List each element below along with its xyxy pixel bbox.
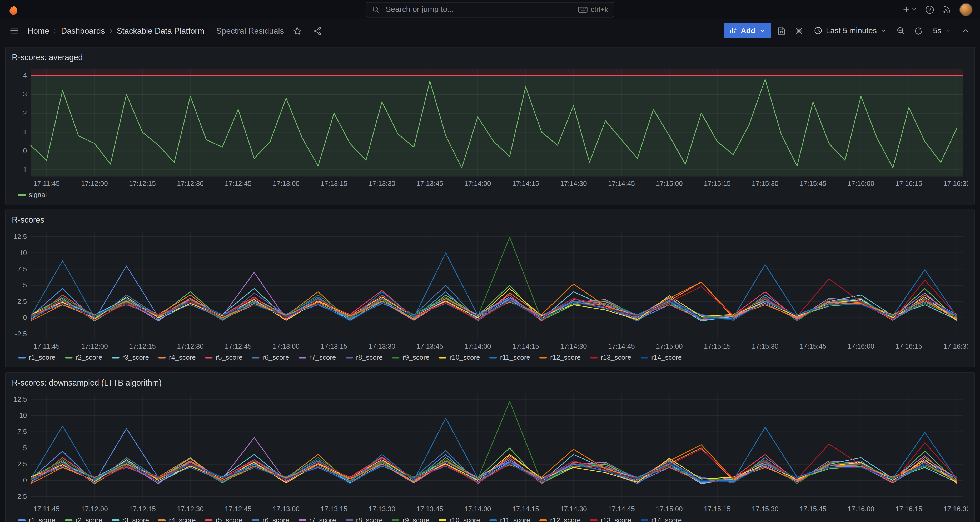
svg-text:17:14:00: 17:14:00 <box>465 179 491 187</box>
news-button[interactable] <box>943 5 951 14</box>
legend-item[interactable]: r5_score <box>205 516 242 522</box>
help-button[interactable]: ? <box>925 5 934 14</box>
legend-label: signal <box>29 191 46 198</box>
legend-item[interactable]: r9_score <box>392 516 430 522</box>
legend-label: r10_score <box>450 516 480 522</box>
legend-label: r6_score <box>262 354 289 361</box>
legend-label: r13_score <box>601 516 631 522</box>
clock-icon <box>813 26 822 35</box>
svg-text:17:12:15: 17:12:15 <box>129 505 156 513</box>
svg-text:2: 2 <box>23 109 27 117</box>
legend-item[interactable]: r14_score <box>641 354 682 361</box>
legend-label: r12_score <box>550 354 581 361</box>
legend-item[interactable]: r9_score <box>392 354 430 361</box>
chart-canvas[interactable]: -10123417:11:4517:12:0017:12:1517:12:301… <box>12 65 968 189</box>
star-dashboard-button[interactable] <box>290 24 304 37</box>
chart-canvas[interactable]: -2.502.557.51012.517:11:4517:12:0017:12:… <box>12 391 968 514</box>
search-text-field[interactable] <box>384 5 574 14</box>
legend-item[interactable]: r10_score <box>439 516 480 522</box>
legend-item[interactable]: r13_score <box>590 516 632 522</box>
series-color-swatch <box>539 356 547 358</box>
chart-canvas[interactable]: -2.502.557.51012.517:11:4517:12:0017:12:… <box>12 228 968 351</box>
legend-item[interactable]: r1_score <box>18 354 56 361</box>
svg-text:17:14:00: 17:14:00 <box>465 342 491 350</box>
legend-item[interactable]: r10_score <box>439 354 480 361</box>
legend-item[interactable]: r6_score <box>252 354 289 361</box>
legend-item[interactable]: r8_score <box>345 354 383 361</box>
legend-item[interactable]: r11_score <box>489 354 530 361</box>
series-color-swatch <box>65 356 72 358</box>
series-color-swatch <box>205 356 212 358</box>
legend-item[interactable]: r12_score <box>539 354 581 361</box>
svg-text:17:14:45: 17:14:45 <box>608 342 635 350</box>
chart-r-scores-downsampled[interactable]: -2.502.557.51012.517:11:4517:12:0017:12:… <box>12 391 968 514</box>
legend-item[interactable]: r13_score <box>590 354 632 361</box>
refresh-button[interactable] <box>912 24 926 37</box>
add-panel-button[interactable]: Add <box>724 23 771 38</box>
svg-text:17:12:30: 17:12:30 <box>177 342 204 350</box>
save-dashboard-button[interactable] <box>775 24 788 37</box>
breadcrumb-dashboards[interactable]: Dashboards <box>61 26 105 35</box>
refresh-interval-dropdown[interactable]: 5s <box>929 23 955 38</box>
svg-text:12.5: 12.5 <box>13 233 27 241</box>
mega-menu-button[interactable] <box>7 24 21 37</box>
collapse-toolbar-button[interactable] <box>959 24 972 37</box>
share-dashboard-button[interactable] <box>310 24 324 37</box>
legend-item[interactable]: r8_score <box>345 516 383 522</box>
chart-r-scores[interactable]: -2.502.557.51012.517:11:4517:12:0017:12:… <box>12 228 968 351</box>
legend-label: r1_score <box>29 516 56 522</box>
legend-label: r3_score <box>122 516 149 522</box>
breadcrumb-folder[interactable]: Stackable Data Platform <box>117 26 205 35</box>
legend-item[interactable]: r6_score <box>252 516 289 522</box>
time-range-picker[interactable]: Last 5 minutes <box>810 23 891 38</box>
svg-text:17:13:45: 17:13:45 <box>417 179 443 187</box>
svg-text:17:12:00: 17:12:00 <box>81 342 108 350</box>
svg-text:10: 10 <box>19 411 27 419</box>
legend-label: r13_score <box>601 354 631 361</box>
svg-text:17:16:30: 17:16:30 <box>943 342 968 350</box>
panel-title[interactable]: R-scores: averaged <box>12 50 968 65</box>
svg-text:5: 5 <box>23 444 27 452</box>
zoom-out-time-button[interactable] <box>894 24 908 37</box>
legend-label: r5_score <box>216 516 243 522</box>
keyboard-icon <box>578 6 588 13</box>
series-color-swatch <box>590 519 598 521</box>
svg-text:-2.5: -2.5 <box>15 330 27 338</box>
svg-text:0: 0 <box>23 476 27 484</box>
legend-item[interactable]: r11_score <box>489 516 530 522</box>
new-dropdown-button[interactable] <box>902 5 917 14</box>
series-color-swatch <box>159 519 166 521</box>
legend-label: r9_score <box>403 354 430 361</box>
legend-item[interactable]: r7_score <box>299 354 336 361</box>
legend-item[interactable]: r2_score <box>65 354 102 361</box>
panel-title[interactable]: R-scores: downsampled (LTTB algorithm) <box>12 375 968 391</box>
breadcrumb-current-dashboard: Spectral Residuals <box>216 26 284 35</box>
legend-item[interactable]: r7_score <box>299 516 336 522</box>
breadcrumb-home[interactable]: Home <box>27 26 49 35</box>
legend-item[interactable]: r1_score <box>18 516 56 522</box>
grafana-logo[interactable] <box>7 3 20 16</box>
chart-r-scores-averaged[interactable]: -10123417:11:4517:12:0017:12:1517:12:301… <box>12 65 968 189</box>
legend-item[interactable]: r2_score <box>65 516 102 522</box>
legend-item[interactable]: r14_score <box>641 516 682 522</box>
legend-item[interactable]: r4_score <box>159 354 196 361</box>
breadcrumb: Home Dashboards Stackable Data Platform … <box>27 26 284 35</box>
legend-item[interactable]: signal <box>18 191 47 198</box>
legend-item[interactable]: r3_score <box>111 354 149 361</box>
chevron-down-icon <box>911 6 917 13</box>
legend-item[interactable]: r3_score <box>111 516 149 522</box>
dashboard-settings-button[interactable] <box>792 24 806 37</box>
svg-text:1: 1 <box>23 128 27 136</box>
panel-title[interactable]: R-scores <box>12 213 968 228</box>
svg-text:17:16:30: 17:16:30 <box>943 505 968 513</box>
user-avatar[interactable] <box>959 3 973 16</box>
search-input[interactable]: ctrl+k <box>366 2 614 17</box>
legend-item[interactable]: r4_score <box>159 516 196 522</box>
series-color-swatch <box>18 519 25 521</box>
toolbar-actions: Add <box>724 23 973 38</box>
legend-item[interactable]: r12_score <box>539 516 581 522</box>
legend-item[interactable]: r5_score <box>205 354 242 361</box>
svg-text:?: ? <box>928 7 931 12</box>
svg-text:17:16:15: 17:16:15 <box>896 505 922 513</box>
svg-text:17:14:00: 17:14:00 <box>465 505 491 513</box>
